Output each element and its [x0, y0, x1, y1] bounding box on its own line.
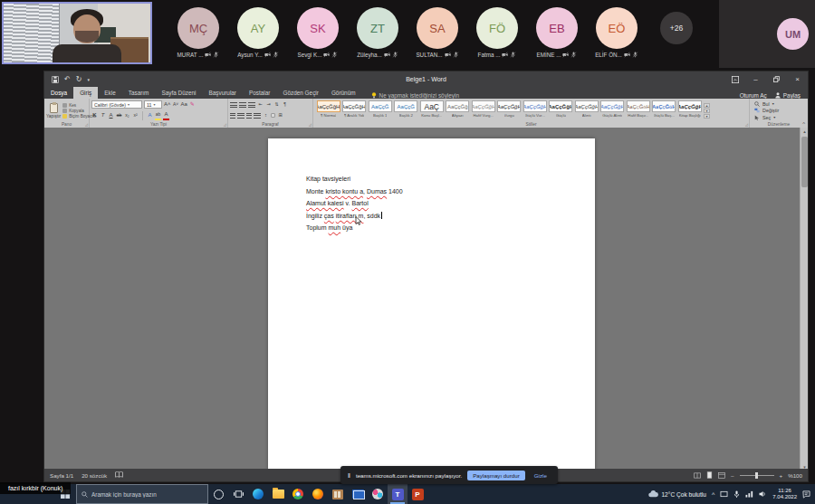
- store-button[interactable]: [328, 484, 348, 504]
- onedrive-tray-icon[interactable]: [720, 490, 728, 498]
- font-color-button[interactable]: A: [163, 110, 169, 120]
- task-view-button[interactable]: [228, 484, 248, 504]
- align-center-icon[interactable]: [237, 113, 244, 119]
- powerpoint-button[interactable]: P: [408, 484, 427, 504]
- tab-gozden-gecir[interactable]: Gözden Geçir: [276, 87, 324, 99]
- participant[interactable]: EÖ ELİF ÖN...: [587, 0, 647, 58]
- tab-dosya[interactable]: Dosya: [44, 87, 73, 99]
- firefox-button[interactable]: [308, 484, 328, 504]
- taskbar-search-box[interactable]: [76, 484, 208, 504]
- underline-button[interactable]: A: [108, 111, 114, 119]
- strikethrough-button[interactable]: ab: [116, 111, 122, 119]
- zoom-level[interactable]: %100: [788, 472, 802, 479]
- collapse-ribbon-icon[interactable]: ^: [802, 121, 805, 127]
- style-heading2[interactable]: AaÇçĞBaşlık 2: [394, 100, 419, 120]
- word-count[interactable]: 20 sözcük: [82, 472, 107, 479]
- sort-icon[interactable]: ⇅: [273, 100, 280, 109]
- zoom-slider-thumb[interactable]: [755, 472, 758, 479]
- style-subtitle[interactable]: AaÇçĞğAltyazı: [446, 100, 471, 120]
- tab-postalar[interactable]: Postalar: [243, 87, 276, 99]
- volume-tray-icon[interactable]: [759, 490, 767, 498]
- tab-sayfa-duzeni[interactable]: Sayfa Düzeni: [155, 87, 202, 99]
- borders-icon[interactable]: ⊞: [277, 111, 283, 119]
- network-tray-icon[interactable]: [745, 490, 753, 498]
- shading-icon[interactable]: [271, 113, 275, 118]
- style-emphasis[interactable]: AaÇçĞğHVurgu: [497, 100, 523, 120]
- hide-share-bar-button[interactable]: Gizle: [531, 471, 551, 480]
- numbering-icon[interactable]: [239, 102, 246, 108]
- tab-ekle[interactable]: Ekle: [98, 87, 121, 99]
- style-book-title[interactable]: AaÇçĞğHKitap Başlığı: [677, 100, 703, 120]
- font-name-combo[interactable]: Calibri (Gövde)▾: [91, 100, 142, 109]
- clear-formatting-icon[interactable]: ✎: [189, 100, 196, 109]
- style-intense-quote[interactable]: AaÇçĞğHGüçlü Alıntı: [600, 100, 626, 120]
- scrollbar-thumb[interactable]: [801, 137, 808, 187]
- redo-icon[interactable]: ↻: [76, 75, 82, 83]
- tab-tasarim[interactable]: Tasarım: [122, 87, 156, 99]
- participant[interactable]: AY Aysun Y...: [228, 0, 288, 58]
- tab-basvurular[interactable]: Başvurular: [202, 87, 243, 99]
- replace-button[interactable]: Değiştir: [754, 108, 806, 113]
- hidden-icons-button[interactable]: ^: [712, 491, 714, 498]
- styles-gallery-more-icon[interactable]: ▾: [704, 114, 710, 119]
- save-icon[interactable]: [52, 76, 59, 83]
- print-layout-icon[interactable]: [706, 471, 713, 479]
- close-button[interactable]: ×: [787, 71, 808, 87]
- bold-button[interactable]: K: [91, 111, 98, 119]
- zoom-in-icon[interactable]: +: [780, 472, 783, 479]
- word-titlebar[interactable]: ↶ ↻ ▾ Belge1 - Word – ×: [44, 71, 808, 87]
- participant-overflow[interactable]: +26: [647, 0, 706, 58]
- share-button[interactable]: Paylaş: [775, 92, 801, 99]
- tab-giris[interactable]: Giriş: [73, 87, 98, 99]
- read-mode-icon[interactable]: [694, 472, 701, 479]
- style-subtle-reference[interactable]: AaÇçĞğHHafif Başv...: [626, 100, 651, 120]
- customize-qat-icon[interactable]: ▾: [87, 77, 90, 82]
- action-center-icon[interactable]: [802, 490, 810, 499]
- style-heading1[interactable]: AaÇçĞBaşlık 1: [368, 100, 393, 120]
- italic-button[interactable]: T: [100, 111, 106, 119]
- subscript-button[interactable]: x₂: [124, 111, 130, 119]
- participant[interactable]: FÖ Fatma ...: [467, 0, 527, 58]
- clock[interactable]: 11:26 7.04.2022: [772, 488, 797, 500]
- vertical-scrollbar[interactable]: ▴ ▾: [800, 128, 808, 471]
- presenter-video-tile[interactable]: [2, 2, 152, 64]
- align-left-icon[interactable]: [230, 113, 235, 119]
- font-size-combo[interactable]: 11▾: [144, 100, 162, 109]
- scroll-up-icon[interactable]: ▴: [801, 128, 808, 134]
- styles-scroll-down-icon[interactable]: ▾: [704, 109, 710, 113]
- mail-button[interactable]: [348, 484, 368, 504]
- styles-gallery-scrollbar[interactable]: ▴ ▾ ▾: [704, 100, 711, 120]
- style-normal[interactable]: AaÇçĞğHI¶ Normal: [316, 100, 341, 120]
- decrease-indent-icon[interactable]: ⇤: [257, 100, 264, 109]
- style-strong[interactable]: AaÇçĞğHGüçlü: [549, 100, 574, 120]
- participant[interactable]: SA SULTAN...: [408, 0, 467, 58]
- dialog-launcher-icon[interactable]: ◿: [85, 122, 88, 127]
- search-input[interactable]: [91, 491, 200, 498]
- microphone-tray-icon[interactable]: [734, 490, 740, 499]
- style-title[interactable]: AaÇKonu Başl...: [419, 100, 445, 120]
- document-page[interactable]: Kitap tavsiyeleri Monte kristo kontu a, …: [268, 138, 595, 471]
- grow-font-button[interactable]: A˄: [164, 100, 171, 109]
- show-paragraph-marks-icon[interactable]: ¶: [282, 100, 288, 109]
- superscript-button[interactable]: x²: [132, 111, 139, 119]
- ribbon-display-options-button[interactable]: [724, 71, 745, 87]
- style-quote[interactable]: AaÇçĞğHAlıntı: [574, 100, 599, 120]
- participant[interactable]: EB EMİNE ...: [527, 0, 587, 58]
- dialog-launcher-icon[interactable]: ◿: [224, 122, 226, 127]
- page-indicator[interactable]: Sayfa 1/1: [50, 472, 73, 479]
- style-intense-reference[interactable]: AaÇçĞğHGüçlü Baş...: [652, 100, 677, 120]
- cortana-button[interactable]: [208, 484, 228, 504]
- text-effects-button[interactable]: A: [147, 111, 153, 119]
- dialog-launcher-icon[interactable]: ◿: [309, 122, 312, 127]
- participant[interactable]: ZT Züleyha...: [348, 0, 408, 58]
- style-intense-emphasis[interactable]: AaÇçĞğHGüçlü Vur...: [523, 100, 548, 120]
- paint3d-button[interactable]: [368, 484, 388, 504]
- minimize-button[interactable]: –: [745, 71, 766, 87]
- tell-me-box[interactable]: Ne yapmak istediğinizi söyleyin: [371, 92, 459, 99]
- stop-sharing-button[interactable]: Paylaşmayı durdur: [467, 471, 525, 480]
- styles-scroll-up-icon[interactable]: ▴: [704, 103, 710, 108]
- weather-widget[interactable]: 12°C Çok bulutlu: [648, 490, 706, 498]
- increase-indent-icon[interactable]: ⇥: [265, 100, 272, 109]
- zoom-out-icon[interactable]: –: [731, 472, 734, 479]
- edge-button[interactable]: [248, 484, 268, 504]
